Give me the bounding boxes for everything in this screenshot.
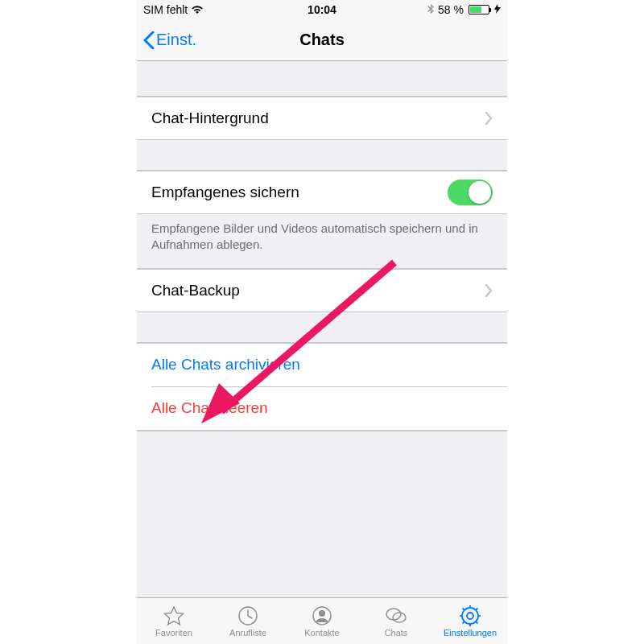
star-icon bbox=[163, 605, 185, 627]
row-label: Chat-Backup bbox=[151, 282, 485, 299]
bluetooth-icon bbox=[427, 4, 435, 15]
svg-line-15 bbox=[463, 621, 465, 624]
section-spacer bbox=[137, 140, 507, 171]
save-incoming-footer: Empfangene Bilder und Videos automatisch… bbox=[137, 214, 507, 269]
row-label: Alle Chats archivieren bbox=[151, 356, 493, 374]
tab-label: Chats bbox=[385, 628, 408, 638]
tab-favorites[interactable]: Favoriten bbox=[137, 598, 211, 644]
clock-icon bbox=[237, 605, 259, 627]
section-spacer bbox=[137, 431, 507, 431]
carrier-text: SIM fehlt bbox=[143, 3, 188, 16]
back-button[interactable]: Einst. bbox=[143, 31, 196, 49]
tab-label: Favoriten bbox=[155, 628, 192, 638]
section-spacer bbox=[137, 61, 507, 97]
chevron-right-icon bbox=[485, 284, 493, 297]
svg-line-12 bbox=[463, 609, 465, 611]
row-archive-all[interactable]: Alle Chats archivieren bbox=[137, 343, 507, 386]
chevron-right-icon bbox=[485, 112, 493, 125]
tab-bar: Favoriten Anrufliste Kontakte Chats bbox=[137, 597, 507, 644]
wifi-icon bbox=[191, 5, 204, 14]
status-time: 10:04 bbox=[308, 3, 336, 16]
row-clear-all[interactable]: Alle Chats leeren bbox=[137, 387, 507, 431]
tab-calls[interactable]: Anrufliste bbox=[211, 598, 285, 644]
phone-frame: SIM fehlt 10:04 58 % Einst. Chats Cha bbox=[137, 0, 507, 644]
svg-line-13 bbox=[476, 621, 478, 624]
tab-label: Einstellungen bbox=[444, 628, 497, 638]
row-chat-wallpaper[interactable]: Chat-Hintergrund bbox=[137, 97, 507, 140]
contact-icon bbox=[311, 605, 333, 627]
tab-label: Kontakte bbox=[304, 628, 339, 638]
tab-contacts[interactable]: Kontakte bbox=[285, 598, 359, 644]
svg-line-14 bbox=[476, 609, 478, 611]
section-spacer bbox=[137, 312, 507, 343]
svg-point-3 bbox=[319, 610, 325, 617]
svg-point-7 bbox=[467, 613, 473, 619]
tab-chats[interactable]: Chats bbox=[359, 598, 433, 644]
tab-settings[interactable]: Einstellungen bbox=[433, 598, 507, 644]
row-chat-backup[interactable]: Chat-Backup bbox=[137, 269, 507, 312]
gear-icon bbox=[459, 605, 481, 627]
row-label: Empfangenes sichern bbox=[151, 184, 448, 201]
chevron-left-icon bbox=[143, 31, 155, 49]
row-label: Alle Chats leeren bbox=[151, 399, 493, 417]
status-bar: SIM fehlt 10:04 58 % bbox=[137, 0, 507, 19]
chats-icon bbox=[385, 605, 407, 627]
tab-label: Anrufliste bbox=[229, 628, 266, 638]
save-incoming-toggle[interactable] bbox=[448, 180, 493, 205]
settings-content: Chat-Hintergrund Empfangenes sichern Emp… bbox=[137, 61, 507, 597]
battery-pct: 58 % bbox=[438, 3, 464, 16]
battery-icon bbox=[469, 5, 489, 14]
row-save-incoming[interactable]: Empfangenes sichern bbox=[137, 171, 507, 214]
row-label: Chat-Hintergrund bbox=[151, 109, 485, 127]
charging-icon bbox=[494, 4, 501, 16]
back-label: Einst. bbox=[156, 31, 196, 49]
page-title: Chats bbox=[299, 31, 345, 49]
nav-bar: Einst. Chats bbox=[137, 19, 507, 61]
